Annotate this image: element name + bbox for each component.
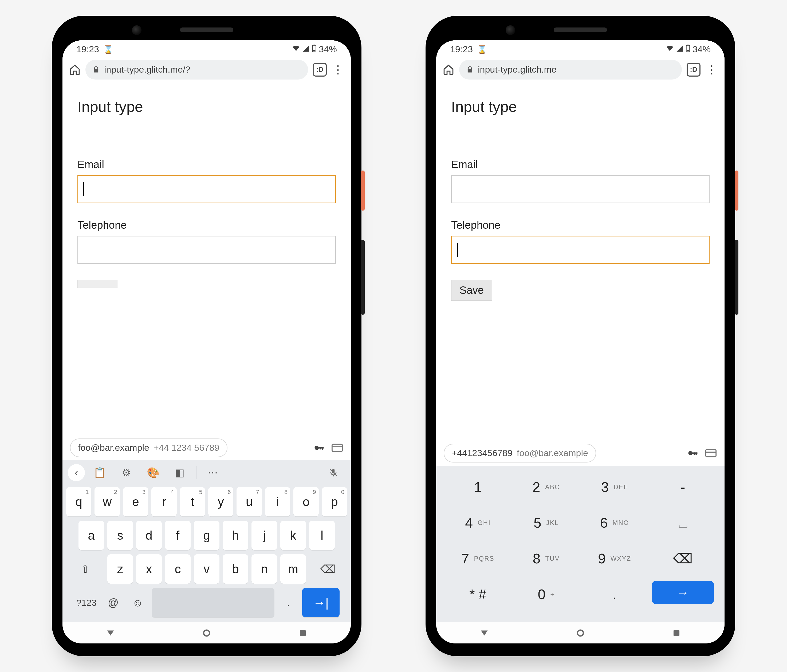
battery-icon — [686, 44, 691, 54]
at-key[interactable]: @ — [103, 588, 124, 617]
key-o[interactable]: 9o — [293, 487, 318, 516]
numkey-[interactable]: * # — [447, 581, 509, 608]
volume-button[interactable] — [361, 240, 365, 315]
numkey-[interactable]: - — [652, 474, 714, 500]
card-icon[interactable] — [331, 442, 343, 454]
numkey-2[interactable]: 2ABC — [515, 474, 577, 500]
palette-icon[interactable]: 🎨 — [141, 464, 165, 481]
enter-key[interactable]: → — [652, 581, 714, 604]
mic-off-icon[interactable] — [321, 464, 345, 481]
numkey-4[interactable]: 4GHI — [447, 510, 509, 536]
space-key[interactable] — [152, 588, 275, 617]
key-p[interactable]: 0p — [322, 487, 347, 516]
key-t[interactable]: 5t — [180, 487, 205, 516]
backspace-key[interactable]: ⌫ — [309, 554, 346, 584]
menu-icon[interactable]: ⋮ — [332, 63, 345, 76]
emoji-key[interactable]: ☺ — [127, 588, 149, 617]
page-content: Input type Email Telephone Save — [436, 83, 725, 440]
clipboard-icon[interactable]: 📋 — [88, 464, 112, 481]
numkey-6[interactable]: 6MNO — [583, 510, 645, 536]
telephone-field[interactable] — [451, 236, 710, 264]
numkey-1[interactable]: 1 — [447, 474, 509, 500]
autofill-suggestion[interactable]: +44123456789 foo@bar.example — [444, 444, 596, 462]
key-r[interactable]: 4r — [152, 487, 177, 516]
text-cursor — [83, 182, 84, 196]
page-content: Input type Email Telephone — [62, 83, 351, 435]
autofill-suggestion[interactable]: foo@bar.example +44 1234 56789 — [70, 439, 228, 457]
more-icon[interactable]: ⋯ — [201, 464, 225, 481]
key-z[interactable]: z — [107, 554, 133, 584]
key-m[interactable]: m — [280, 554, 306, 584]
key-j[interactable]: j — [251, 521, 277, 550]
key-k[interactable]: k — [280, 521, 306, 550]
key-v[interactable]: v — [194, 554, 220, 584]
nav-back-icon[interactable] — [106, 628, 115, 638]
gear-icon[interactable]: ⚙ — [114, 464, 138, 481]
key-x[interactable]: x — [136, 554, 162, 584]
key-l[interactable]: l — [309, 521, 335, 550]
key-b[interactable]: b — [223, 554, 248, 584]
key-f[interactable]: f — [165, 521, 191, 550]
numkey-8[interactable]: 8TUV — [515, 545, 577, 572]
nav-recent-icon[interactable] — [672, 628, 681, 638]
key-n[interactable]: n — [251, 554, 277, 584]
numkey-5[interactable]: 5JKL — [515, 510, 577, 536]
url-bar[interactable]: input-type.glitch.me/? — [85, 60, 308, 79]
key-c[interactable]: c — [165, 554, 191, 584]
menu-icon[interactable]: ⋮ — [705, 63, 718, 76]
svg-rect-15 — [687, 50, 689, 52]
autofill-bar: +44123456789 foo@bar.example — [436, 440, 725, 466]
numkey-[interactable]: . — [583, 581, 645, 608]
power-button[interactable] — [361, 170, 365, 211]
browser-toolbar: input-type.glitch.me/? :D ⋮ — [62, 56, 351, 83]
period-key[interactable]: . — [278, 588, 299, 617]
card-icon[interactable] — [705, 447, 717, 459]
key-e[interactable]: 3e — [123, 487, 148, 516]
shift-key[interactable]: ⇧ — [67, 554, 104, 584]
key-a[interactable]: a — [79, 521, 104, 550]
edit-icon[interactable]: ◧ — [168, 464, 192, 481]
home-icon[interactable] — [442, 64, 454, 76]
numkey-0[interactable]: 0+ — [515, 581, 577, 608]
key-g[interactable]: g — [194, 521, 220, 550]
hourglass-icon: ⌛ — [103, 44, 113, 54]
power-button[interactable] — [735, 170, 738, 211]
telephone-field[interactable] — [77, 236, 336, 264]
svg-rect-18 — [696, 452, 697, 455]
key-i[interactable]: 8i — [265, 487, 290, 516]
email-label: Email — [77, 159, 336, 170]
backspace-key[interactable]: ⌫ — [652, 545, 714, 572]
tabs-button[interactable]: :D — [687, 63, 700, 77]
key-q[interactable]: 1q — [66, 487, 91, 516]
volume-button[interactable] — [735, 240, 738, 315]
numkey-7[interactable]: 7PQRS — [447, 545, 509, 572]
key-u[interactable]: 7u — [237, 487, 262, 516]
status-bar: 19:23 ⌛ 34% — [436, 40, 725, 56]
svg-rect-1 — [313, 44, 315, 45]
key-icon[interactable] — [313, 442, 325, 453]
save-button[interactable]: Save — [451, 280, 492, 301]
key-y[interactable]: 6y — [208, 487, 233, 516]
home-icon[interactable] — [69, 64, 81, 76]
save-button-clipped[interactable] — [77, 280, 117, 288]
back-icon[interactable]: ‹ — [68, 464, 85, 481]
numkey-9[interactable]: 9WXYZ — [583, 545, 645, 572]
nav-recent-icon[interactable] — [298, 628, 308, 638]
nav-home-icon[interactable] — [575, 628, 585, 638]
email-field[interactable] — [451, 175, 710, 203]
enter-key[interactable]: →| — [302, 588, 340, 617]
nav-home-icon[interactable] — [202, 628, 212, 638]
hourglass-icon: ⌛ — [477, 44, 487, 54]
url-bar[interactable]: input-type.glitch.me — [459, 60, 682, 79]
symbols-key[interactable]: ?123 — [74, 588, 99, 617]
key-icon[interactable] — [687, 448, 699, 459]
space-key[interactable]: ⎵ — [652, 510, 714, 536]
tabs-button[interactable]: :D — [313, 63, 327, 77]
key-s[interactable]: s — [107, 521, 133, 550]
numkey-3[interactable]: 3DEF — [583, 474, 645, 500]
key-w[interactable]: 2w — [95, 487, 120, 516]
key-h[interactable]: h — [223, 521, 248, 550]
nav-back-icon[interactable] — [479, 628, 489, 638]
email-field[interactable] — [77, 175, 336, 203]
key-d[interactable]: d — [136, 521, 162, 550]
